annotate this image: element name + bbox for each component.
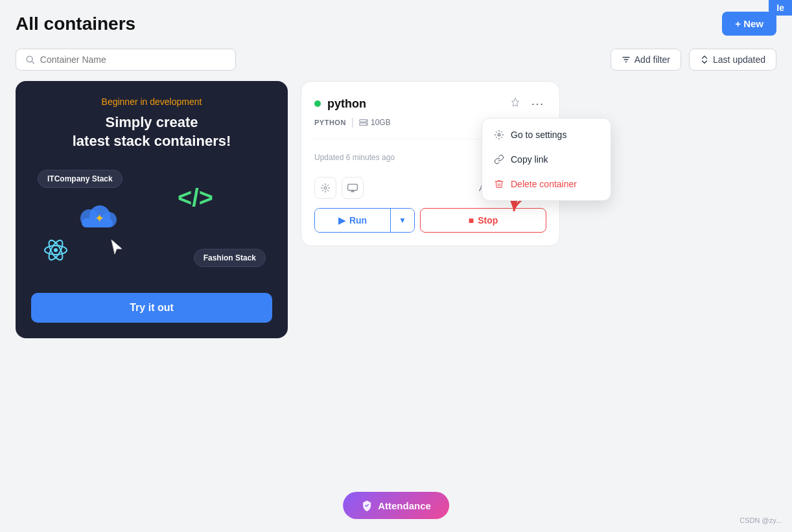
search-box[interactable]	[16, 49, 236, 71]
go-to-settings-label: Go to settings	[511, 130, 566, 140]
settings-dropdown-icon	[494, 130, 504, 140]
svg-point-20	[498, 133, 500, 136]
run-play-icon: ▶	[338, 215, 345, 226]
it-company-stack-badge: ITCompany Stack	[38, 170, 122, 188]
copy-link-item[interactable]: Copy link	[482, 147, 611, 172]
svg-point-14	[366, 121, 367, 122]
run-dropdown-button[interactable]: ▼	[390, 209, 414, 232]
filter-icon	[622, 55, 631, 64]
sort-button[interactable]: Last updated	[689, 49, 776, 71]
svg-text:</>: </>	[178, 184, 213, 211]
container-language: PYTHON	[314, 119, 346, 126]
container-name-row: python	[314, 97, 366, 111]
page-header: All containers + New	[0, 0, 792, 43]
stop-button[interactable]: ■ Stop	[420, 208, 546, 233]
svg-text:✦: ✦	[95, 212, 104, 225]
container-header: python ⋯	[314, 95, 546, 113]
python-container-card: python ⋯ PYTHON |	[301, 81, 560, 246]
svg-rect-17	[348, 184, 358, 190]
delete-container-label: Delete container	[511, 179, 577, 189]
go-to-settings-item[interactable]: Go to settings	[482, 122, 611, 147]
page-title: All containers	[16, 14, 135, 34]
watermark: CSDN @zy...	[740, 516, 782, 524]
toolbar-right: Add filter Last updated	[611, 49, 776, 71]
code-icon: </>	[178, 183, 214, 218]
more-options-button[interactable]: ⋯	[528, 95, 546, 113]
promo-illustration: ITCompany Stack ✦ </>	[31, 163, 272, 280]
svg-point-16	[324, 187, 327, 189]
main-content: Beginner in development Simply createlat…	[0, 81, 792, 338]
display-icon-btn[interactable]	[342, 177, 364, 199]
svg-point-15	[366, 124, 367, 125]
svg-line-1	[32, 62, 34, 64]
run-button[interactable]: ▶ Run	[315, 209, 390, 232]
promo-subtitle: Beginner in development	[102, 97, 202, 107]
sort-label: Last updated	[713, 54, 765, 65]
pin-icon	[510, 97, 520, 108]
container-storage: 10GB	[359, 118, 391, 127]
action-buttons: ▶ Run ▼ ■ Stop	[314, 208, 546, 233]
sort-icon	[700, 55, 709, 64]
container-name: python	[327, 97, 366, 111]
attendance-shield-icon	[361, 500, 373, 511]
react-icon	[44, 238, 67, 267]
toolbar: Add filter Last updated	[0, 43, 792, 81]
promo-card: Beginner in development Simply createlat…	[16, 81, 288, 338]
storage-icon	[359, 119, 368, 126]
top-corner-label: Ie	[769, 0, 792, 16]
new-container-button[interactable]: + New	[722, 12, 776, 36]
fashion-stack-badge: Fashion Stack	[194, 249, 266, 267]
copy-link-icon	[494, 154, 504, 165]
context-dropdown-menu: Go to settings Copy link Delete containe…	[482, 118, 611, 201]
updated-timestamp: Updated 6 minutes ago	[314, 153, 395, 162]
settings-icon-btn[interactable]	[314, 177, 336, 199]
search-icon	[25, 54, 35, 65]
svg-point-0	[27, 56, 32, 62]
attendance-label: Attendance	[378, 500, 431, 511]
delete-icon	[494, 179, 504, 189]
promo-title: Simply createlatest stack containers!	[73, 113, 231, 150]
cursor-icon	[109, 238, 124, 260]
attendance-button[interactable]: Attendance	[343, 492, 449, 519]
svg-point-11	[54, 248, 58, 252]
add-filter-button[interactable]: Add filter	[611, 49, 681, 71]
try-it-out-button[interactable]: Try it out	[31, 293, 272, 323]
search-input[interactable]	[40, 54, 226, 65]
stop-square-icon: ■	[469, 215, 474, 226]
copy-link-label: Copy link	[511, 154, 548, 165]
run-button-group: ▶ Run ▼	[314, 208, 415, 233]
card-actions: ⋯	[507, 95, 546, 113]
cloud-icon: ✦	[76, 199, 118, 233]
delete-container-item[interactable]: Delete container	[482, 172, 611, 196]
filter-label: Add filter	[635, 54, 670, 65]
status-dot-active	[314, 100, 321, 107]
pin-button[interactable]	[507, 96, 523, 112]
